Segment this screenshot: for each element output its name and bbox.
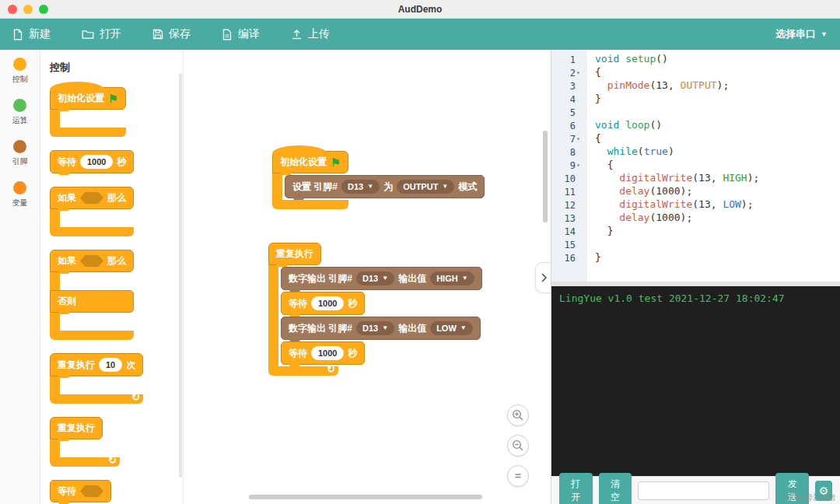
line-number: 4 xyxy=(551,93,587,106)
block[interactable]: 如果那么 xyxy=(50,187,134,236)
code-line: delay(1000); xyxy=(595,212,840,225)
code-lines: void setup(){ pinMode(13, OUTPUT);}void … xyxy=(587,50,840,282)
toolbar-button-label: 编译 xyxy=(238,27,260,41)
line-number: 8 xyxy=(551,145,587,159)
line-number: 10 xyxy=(551,172,587,185)
code-line: digitalWrite(13, HIGH); xyxy=(595,172,840,185)
block-dropdown[interactable]: OUTPUT▼ xyxy=(397,180,454,194)
block[interactable]: 重复执行10次 xyxy=(50,353,143,404)
line-number: 13 xyxy=(551,212,587,225)
fold-arrow-icon[interactable]: ▾ xyxy=(576,69,583,76)
chevron-down-icon: ▼ xyxy=(367,181,373,192)
block[interactable]: 设置 引脚#D13▼为OUTPUT▼模式 xyxy=(285,175,485,198)
block-label: 等待 xyxy=(289,347,307,360)
block-label: 模式 xyxy=(458,180,477,194)
code-line: void setup() xyxy=(595,53,840,66)
toolbar-button-upload[interactable]: 上传 xyxy=(291,27,330,41)
block[interactable]: 数字输出 引脚#D13▼输出值HIGH▼ xyxy=(281,267,482,290)
minimize-window-button[interactable] xyxy=(23,5,33,14)
block-bottom xyxy=(272,200,348,209)
block[interactable]: 初始化设置⚑ xyxy=(50,87,126,137)
block-body: 设置 引脚#D13▼为OUTPUT▼模式 xyxy=(282,173,485,200)
block[interactable]: 等待1000秒 xyxy=(281,292,365,315)
block-header: 重复执行 xyxy=(50,417,103,439)
block-label: 为 xyxy=(383,180,393,194)
boolean-slot[interactable] xyxy=(80,192,103,204)
workspace-canvas[interactable]: 初始化设置⚑设置 引脚#D13▼为OUTPUT▼模式重复执行数字输出 引脚#D1… xyxy=(184,50,551,504)
block-number-input[interactable]: 1000 xyxy=(311,296,344,310)
toolbar-button-compile[interactable]: 编译 xyxy=(222,27,260,41)
block-dropdown[interactable]: HIGH▼ xyxy=(430,271,474,285)
block[interactable]: 重复执行 xyxy=(50,417,120,467)
serial-open-button[interactable]: 打开 xyxy=(559,473,593,504)
serial-output-text: LingYue v1.0 test 2021-12-27 18:02:47 xyxy=(559,292,785,304)
toolbar-button-save[interactable]: 保存 xyxy=(152,27,191,41)
horizontal-scrollbar[interactable] xyxy=(249,495,482,499)
block-label: 否则 xyxy=(58,295,76,308)
code-line: { xyxy=(595,132,840,145)
line-number: 15 xyxy=(551,238,587,251)
zoom-out-icon xyxy=(512,439,524,452)
maximize-window-button[interactable] xyxy=(39,5,48,14)
dropdown-value: OUTPUT xyxy=(403,181,438,192)
block-label: 秒 xyxy=(117,156,126,169)
block-bottom xyxy=(50,128,126,137)
serial-input[interactable] xyxy=(638,481,769,500)
serial-clear-button[interactable]: 清空 xyxy=(599,473,632,504)
zoom-out-button[interactable] xyxy=(507,435,529,457)
collapse-panel-button[interactable] xyxy=(535,262,551,293)
block-dropdown[interactable]: LOW▼ xyxy=(430,321,473,335)
block-body xyxy=(60,313,117,331)
block-label: 数字输出 引脚# xyxy=(289,272,352,285)
boolean-slot[interactable] xyxy=(80,255,103,267)
block-dropdown[interactable]: D13▼ xyxy=(341,180,380,194)
close-window-button[interactable] xyxy=(8,5,17,14)
block[interactable]: 等待1000秒 xyxy=(281,341,365,365)
palette-scrollbar[interactable] xyxy=(179,73,182,478)
block-spine xyxy=(50,110,60,128)
block-body xyxy=(60,209,117,227)
code-line: } xyxy=(595,225,840,238)
palette-title: 控制 xyxy=(50,61,183,75)
block-number-input[interactable]: 1000 xyxy=(311,346,344,360)
block-number-input[interactable]: 10 xyxy=(99,358,122,372)
sidebar-item-operators[interactable]: 运算 xyxy=(0,99,40,126)
block-label: 那么 xyxy=(107,191,126,205)
dropdown-value: D13 xyxy=(362,323,378,334)
vertical-scrollbar[interactable] xyxy=(543,131,548,222)
sidebar-item-pins[interactable]: 引脚 xyxy=(0,140,40,167)
block-number-input[interactable]: 1000 xyxy=(80,155,113,169)
toolbar-button-label: 打开 xyxy=(100,27,121,41)
toolbar-button-new[interactable]: 新建 xyxy=(12,27,51,41)
block[interactable]: 等待 xyxy=(50,480,111,502)
dropdown-value: HIGH xyxy=(436,273,458,284)
serial-port-select[interactable]: 选择串口 ▼ xyxy=(775,27,828,41)
code-editor[interactable]: 12▾34567▾89▾10111213141516 void setup(){… xyxy=(551,50,840,282)
block-label: 如果 xyxy=(58,254,76,268)
block[interactable]: 初始化设置⚑设置 引脚#D13▼为OUTPUT▼模式 xyxy=(272,151,485,209)
serial-monitor-output: LingYue v1.0 test 2021-12-27 18:02:47 xyxy=(551,286,840,476)
block-label: 初始化设置 xyxy=(280,156,327,169)
code-line: digitalWrite(13, LOW); xyxy=(595,198,840,212)
block-dropdown[interactable]: D13▼ xyxy=(356,321,394,335)
block-bottom xyxy=(50,227,134,236)
block-spine xyxy=(50,209,60,227)
fold-arrow-icon[interactable]: ▾ xyxy=(576,135,583,142)
sidebar-item-control[interactable]: 控制 xyxy=(0,58,40,85)
sidebar-item-variables[interactable]: 变量 xyxy=(0,181,40,208)
block[interactable]: 等待1000秒 xyxy=(50,150,134,173)
green-flag-icon: ⚑ xyxy=(108,93,118,104)
block[interactable]: 数字输出 引脚#D13▼输出值LOW▼ xyxy=(281,317,481,340)
block[interactable]: 重复执行数字输出 引脚#D13▼输出值HIGH▼等待1000秒数字输出 引脚#D… xyxy=(268,243,482,376)
titlebar: AudDemo xyxy=(0,0,840,19)
block-dropdown[interactable]: D13▼ xyxy=(356,271,394,285)
code-column: 12▾34567▾89▾10111213141516 void setup(){… xyxy=(551,50,840,504)
category-label: 控制 xyxy=(12,74,28,85)
block[interactable]: 如果那么否则 xyxy=(50,250,134,340)
fold-arrow-icon[interactable]: ▾ xyxy=(576,162,583,169)
toolbar-button-open[interactable]: 打开 xyxy=(82,27,121,41)
category-dot xyxy=(13,99,26,112)
zoom-in-button[interactable] xyxy=(507,404,529,426)
boolean-slot[interactable] xyxy=(80,485,103,497)
zoom-reset-button[interactable] xyxy=(507,465,529,487)
